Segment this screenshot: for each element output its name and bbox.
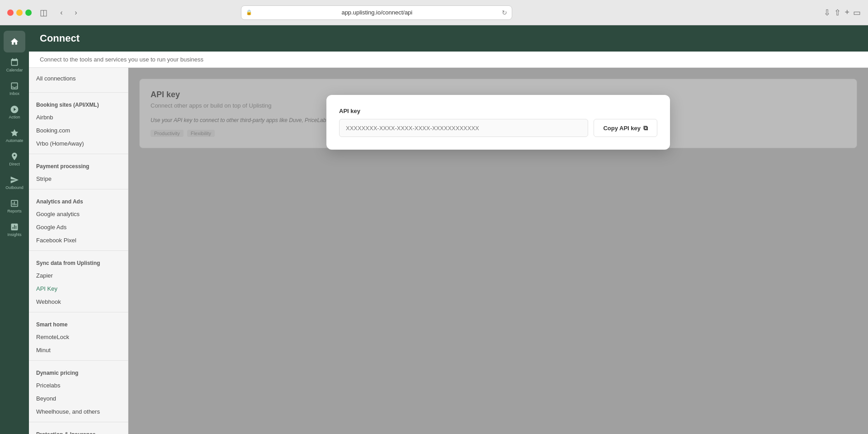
- payment-header: Payment processing: [29, 158, 128, 172]
- nav-arrows: ‹ ›: [55, 6, 82, 19]
- sidebar-item-airbnb[interactable]: Airbnb: [29, 111, 128, 124]
- sidebar-item-vrbo[interactable]: Vrbo (HomeAway): [29, 137, 128, 150]
- reload-icon[interactable]: ↻: [502, 9, 507, 16]
- address-bar[interactable]: 🔒 app.uplisting.io/connect/api ↻: [241, 5, 512, 20]
- new-tab-icon[interactable]: +: [844, 8, 849, 17]
- sidebar-item-reports-label: Reports: [7, 209, 22, 213]
- main-content: Connect Connect to the tools and service…: [29, 25, 868, 434]
- sidebar-item-google-ads[interactable]: Google Ads: [29, 221, 128, 234]
- maximize-button[interactable]: [25, 9, 32, 16]
- sidebar-item-webhook[interactable]: Webhook: [29, 295, 128, 308]
- sidebar-item-beyond[interactable]: Beyond: [29, 392, 128, 405]
- content-area: All connections Booking sites (API/XML) …: [29, 68, 868, 434]
- browser-toolbar: ◫ ‹ › 🔒 app.uplisting.io/connect/api ↻ ⇩…: [0, 0, 868, 25]
- sidebar-item-outbound-label: Outbound: [5, 185, 24, 190]
- sidebar-item-inbox-label: Inbox: [9, 91, 19, 96]
- sidebar-item-calendar-label: Calendar: [6, 68, 23, 72]
- modal-api-key-label: API key: [339, 108, 657, 114]
- divider-2: [29, 154, 128, 154]
- sidebar-item-zapier[interactable]: Zapier: [29, 269, 128, 282]
- sidebar-item-automate-label: Automate: [6, 138, 24, 143]
- sidebar-item-remotelock[interactable]: RemoteLock: [29, 330, 128, 344]
- sidebar-item-direct-label: Direct: [9, 162, 20, 166]
- modal-overlay: API key Copy API key ⧉: [128, 68, 868, 434]
- divider-1: [29, 92, 128, 93]
- smart-home-header: Smart home: [29, 316, 128, 330]
- api-key-input[interactable]: [339, 119, 588, 137]
- api-key-modal: API key Copy API key ⧉: [326, 95, 670, 150]
- divider-3: [29, 189, 128, 189]
- lock-icon: 🔒: [246, 9, 252, 15]
- copy-api-key-button[interactable]: Copy API key ⧉: [594, 119, 657, 137]
- minimize-button[interactable]: [16, 9, 23, 16]
- dynamic-pricing-header: Dynamic pricing: [29, 364, 128, 379]
- forward-button[interactable]: ›: [70, 6, 82, 19]
- sidebar-item-automate[interactable]: Automate: [4, 125, 25, 146]
- booking-sites-header: Booking sites (API/XML): [29, 96, 128, 111]
- divider-7: [29, 422, 128, 422]
- sidebar-item-google-analytics[interactable]: Google analytics: [29, 208, 128, 221]
- sidebar-item-direct[interactable]: Direct: [4, 148, 25, 170]
- download-icon[interactable]: ⇩: [824, 8, 830, 18]
- url-text: app.uplisting.io/connect/api: [255, 9, 499, 16]
- browser-actions: ⇩ ⇧ + ▭: [824, 8, 861, 18]
- copy-icon: ⧉: [643, 124, 648, 132]
- all-connections-link[interactable]: All connections: [36, 75, 75, 82]
- back-button[interactable]: ‹: [55, 6, 68, 19]
- sidebar-item-minut[interactable]: Minut: [29, 344, 128, 357]
- sidebar-item-pricelabs[interactable]: Pricelabs: [29, 379, 128, 392]
- sidebar-item-api-key[interactable]: API Key: [29, 282, 128, 295]
- sidebar-item-action[interactable]: Action: [4, 101, 25, 123]
- divider-5: [29, 312, 128, 312]
- sync-header: Sync data from Uplisting: [29, 255, 128, 269]
- sidebar-toggle[interactable]: ◫: [37, 6, 50, 19]
- sidebar-item-insights[interactable]: Insights: [4, 219, 25, 241]
- nav-sidebar: Calendar Inbox Action Automate Direct Ou…: [0, 25, 29, 434]
- sidebar-item-outbound[interactable]: Outbound: [4, 172, 25, 193]
- close-button[interactable]: [7, 9, 14, 16]
- page-header: Connect: [29, 25, 868, 52]
- copy-api-key-label: Copy API key: [603, 125, 641, 132]
- analytics-header: Analytics and Ads: [29, 193, 128, 208]
- sidebar-item-insights-label: Insights: [7, 232, 21, 237]
- sidebar-item-stripe[interactable]: Stripe: [29, 172, 128, 185]
- sidebar-item-inbox[interactable]: Inbox: [4, 78, 25, 99]
- sidebar-item-reports[interactable]: Reports: [4, 195, 25, 217]
- sidebar-item-home[interactable]: [4, 31, 25, 52]
- sidebar-item-facebook-pixel[interactable]: Facebook Pixel: [29, 234, 128, 247]
- modal-input-row: Copy API key ⧉: [339, 119, 657, 137]
- protection-header: Protection & Insurance: [29, 426, 128, 434]
- traffic-lights: [7, 9, 32, 16]
- page-subtitle: Connect to the tools and services you us…: [29, 52, 868, 68]
- page-title: Connect: [40, 33, 857, 44]
- share-icon[interactable]: ⇧: [834, 8, 841, 18]
- divider-4: [29, 250, 128, 251]
- connections-sidebar: All connections Booking sites (API/XML) …: [29, 68, 128, 434]
- sidebar-item-action-label: Action: [9, 115, 20, 119]
- app-container: Calendar Inbox Action Automate Direct Ou…: [0, 25, 868, 434]
- main-panel: API key Connect other apps or build on t…: [128, 68, 868, 434]
- sidebar-item-booking[interactable]: Booking.com: [29, 124, 128, 137]
- divider-6: [29, 360, 128, 361]
- sidebar-item-wheelhouse[interactable]: Wheelhouse, and others: [29, 405, 128, 418]
- tabs-icon[interactable]: ▭: [853, 8, 861, 18]
- sidebar-item-calendar[interactable]: Calendar: [4, 54, 25, 76]
